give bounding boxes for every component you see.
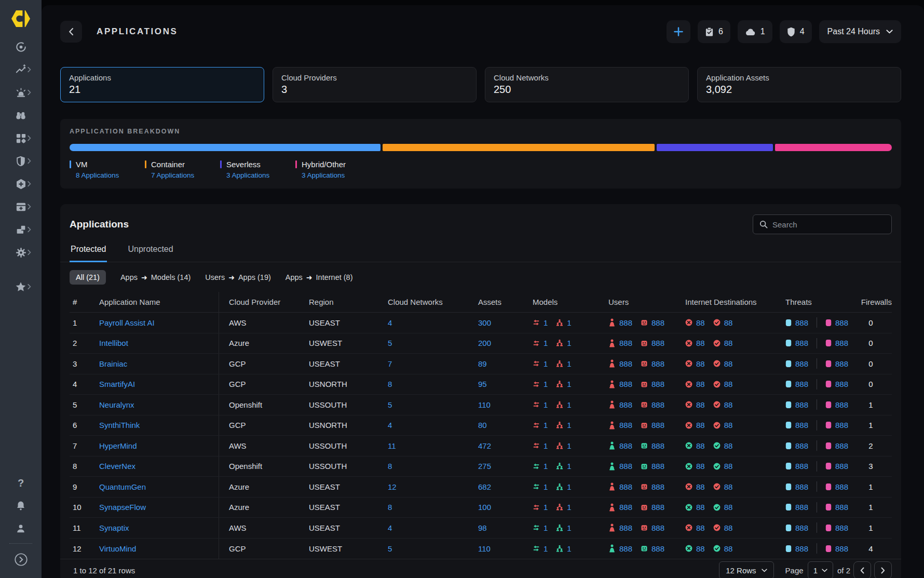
cloud-networks-link[interactable]: 11 xyxy=(388,441,396,450)
stat-card-applications[interactable]: Applications 21 xyxy=(60,67,264,102)
breakdown-segment-vm[interactable] xyxy=(70,144,381,151)
assets-link[interactable]: 200 xyxy=(478,339,491,347)
count-link[interactable]: 88 xyxy=(724,544,733,553)
assets-link[interactable]: 472 xyxy=(478,441,491,450)
count-link[interactable]: 88 xyxy=(724,380,733,388)
count-link[interactable]: 888 xyxy=(795,441,808,450)
app-name-link[interactable]: VirtuoMind xyxy=(99,544,136,553)
count-link[interactable]: 88 xyxy=(696,400,705,409)
count-link[interactable]: 88 xyxy=(724,359,733,368)
sidebar-item-discovery[interactable] xyxy=(0,104,42,127)
count-link[interactable]: 1 xyxy=(567,318,571,327)
assets-link[interactable]: 275 xyxy=(478,462,491,471)
count-link[interactable]: 1 xyxy=(567,544,571,553)
sidebar-item-insights[interactable] xyxy=(0,58,42,81)
count-link[interactable]: 1 xyxy=(567,339,571,347)
count-link[interactable]: 888 xyxy=(651,523,664,532)
count-link[interactable]: 888 xyxy=(795,359,808,368)
add-button[interactable] xyxy=(667,20,690,43)
count-link[interactable]: 888 xyxy=(619,318,632,327)
count-link[interactable]: 88 xyxy=(724,339,733,347)
count-link[interactable]: 1 xyxy=(543,400,548,409)
count-link[interactable]: 888 xyxy=(619,482,632,491)
count-link[interactable]: 888 xyxy=(835,359,848,368)
cloud-networks-link[interactable]: 4 xyxy=(388,318,392,327)
stat-card-cloud-providers[interactable]: Cloud Providers 3 xyxy=(273,67,477,102)
checkpoint-logo[interactable] xyxy=(9,7,32,30)
assets-link[interactable]: 95 xyxy=(478,380,487,388)
count-link[interactable]: 888 xyxy=(795,339,808,347)
count-link[interactable]: 1 xyxy=(543,380,548,388)
assets-link[interactable]: 682 xyxy=(478,482,491,491)
count-link[interactable]: 888 xyxy=(795,482,808,491)
tasks-button[interactable]: 6 xyxy=(698,20,730,43)
count-link[interactable]: 88 xyxy=(696,482,705,491)
cloud-networks-link[interactable]: 5 xyxy=(388,400,392,409)
count-link[interactable]: 88 xyxy=(696,503,705,512)
count-link[interactable]: 88 xyxy=(724,503,733,512)
column-header-users[interactable]: Users xyxy=(594,292,671,312)
count-link[interactable]: 1 xyxy=(543,503,548,512)
count-link[interactable]: 888 xyxy=(619,359,632,368)
count-link[interactable]: 888 xyxy=(795,462,808,471)
sidebar-item-workloads[interactable] xyxy=(0,218,42,241)
column-header-region[interactable]: Region xyxy=(307,292,385,312)
count-link[interactable]: 888 xyxy=(835,441,848,450)
column-header-firewalls[interactable]: Firewalls xyxy=(850,292,892,312)
count-link[interactable]: 888 xyxy=(835,339,848,347)
count-link[interactable]: 1 xyxy=(543,421,548,429)
cloud-networks-link[interactable]: 12 xyxy=(388,482,397,491)
expand-sidebar-button[interactable] xyxy=(0,548,42,571)
count-link[interactable]: 888 xyxy=(619,462,632,471)
count-link[interactable]: 888 xyxy=(619,380,632,388)
legend-count-link[interactable]: 3 Applications xyxy=(226,171,295,179)
count-link[interactable]: 88 xyxy=(724,462,733,471)
count-link[interactable]: 888 xyxy=(795,318,808,327)
stat-card-cloud-networks[interactable]: Cloud Networks 250 xyxy=(485,67,689,102)
count-link[interactable]: 888 xyxy=(795,421,808,429)
sidebar-item-security[interactable] xyxy=(0,150,42,172)
rows-per-page-dropdown[interactable]: 12 Rows xyxy=(719,561,773,578)
app-name-link[interactable]: SynapseFlow xyxy=(99,503,146,512)
count-link[interactable]: 888 xyxy=(651,462,664,471)
breakdown-segment-container[interactable] xyxy=(383,144,655,151)
count-link[interactable]: 888 xyxy=(795,400,808,409)
count-link[interactable]: 1 xyxy=(567,523,571,532)
count-link[interactable]: 88 xyxy=(696,339,705,347)
count-link[interactable]: 1 xyxy=(567,400,571,409)
count-link[interactable]: 1 xyxy=(543,441,548,450)
count-link[interactable]: 888 xyxy=(619,339,632,347)
sidebar-item-applications[interactable] xyxy=(0,195,42,218)
app-name-link[interactable]: Synaptix xyxy=(99,523,129,532)
column-header-application-name[interactable]: Application Name xyxy=(96,292,219,312)
app-name-link[interactable]: Payroll Assist AI xyxy=(99,318,155,327)
count-link[interactable]: 888 xyxy=(619,523,632,532)
sidebar-item-protection[interactable] xyxy=(0,172,42,195)
assets-link[interactable]: 98 xyxy=(478,523,487,532)
count-link[interactable]: 888 xyxy=(651,380,664,388)
count-link[interactable]: 888 xyxy=(651,441,664,450)
count-link[interactable]: 888 xyxy=(651,482,664,491)
cloud-networks-link[interactable]: 4 xyxy=(388,421,392,429)
count-link[interactable]: 888 xyxy=(795,523,808,532)
count-link[interactable]: 1 xyxy=(543,482,548,491)
cloud-networks-link[interactable]: 4 xyxy=(388,523,392,532)
profile-button[interactable] xyxy=(0,517,42,540)
search-box[interactable] xyxy=(753,214,892,234)
app-name-link[interactable]: HyperMind xyxy=(99,441,137,450)
count-link[interactable]: 1 xyxy=(567,482,571,491)
legend-count-link[interactable]: 7 Applications xyxy=(151,171,220,179)
app-name-link[interactable]: QuantumGen xyxy=(99,482,146,491)
cloud-networks-link[interactable]: 8 xyxy=(388,462,392,471)
count-link[interactable]: 888 xyxy=(619,544,632,553)
count-link[interactable]: 888 xyxy=(651,544,664,553)
assets-link[interactable]: 80 xyxy=(478,421,487,429)
legend-count-link[interactable]: 8 Applications xyxy=(76,171,145,179)
assets-link[interactable]: 110 xyxy=(478,544,491,553)
count-link[interactable]: 1 xyxy=(543,359,548,368)
sidebar-item-inventory[interactable] xyxy=(0,127,42,150)
cloud-networks-link[interactable]: 8 xyxy=(388,503,392,512)
count-link[interactable]: 888 xyxy=(835,523,848,532)
count-link[interactable]: 1 xyxy=(567,462,571,471)
next-page-button[interactable] xyxy=(874,561,892,578)
